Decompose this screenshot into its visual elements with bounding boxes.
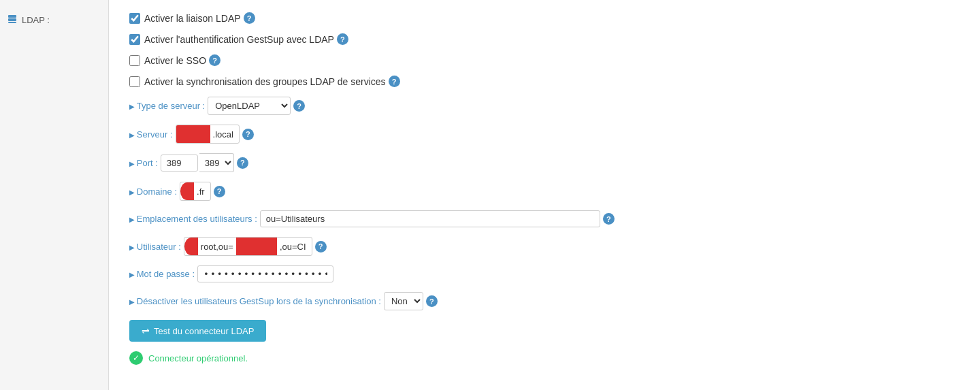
sidebar-item-ldap[interactable]: LDAP : — [7, 14, 101, 27]
checkbox-label-4[interactable]: Activer la synchronisation des groupes L… — [129, 76, 386, 87]
checkbox-label-1[interactable]: Activer la liaison LDAP — [129, 13, 241, 24]
emplacement-row: Emplacement des utilisateurs : ou=Utilis… — [129, 210, 960, 227]
status-row: ✓ Connecteur opérationnel. — [129, 351, 960, 365]
checkbox-sync-groups[interactable] — [129, 76, 140, 87]
port-input[interactable]: 389 — [161, 155, 198, 172]
emplacement-input[interactable]: ou=Utilisateurs — [260, 210, 600, 227]
domaine-suffix: .fr — [194, 184, 210, 199]
main-content: Activer la liaison LDAP ? Activer l'auth… — [109, 0, 980, 390]
help-icon-utilisateur[interactable]: ? — [315, 241, 327, 253]
utilisateur-input-wrapper: root,ou= ,ou=CI — [184, 237, 312, 256]
checkbox-sso[interactable] — [129, 55, 140, 66]
help-icon-desactiver[interactable]: ? — [426, 295, 438, 307]
help-icon-serveur[interactable]: ? — [242, 129, 254, 140]
transfer-icon: ⇌ — [142, 325, 150, 336]
checkbox-row-4: Activer la synchronisation des groupes L… — [129, 76, 960, 87]
sidebar-item-label: LDAP : — [22, 15, 50, 25]
domaine-redacted — [180, 182, 194, 200]
help-icon-domaine[interactable]: ? — [214, 186, 225, 197]
checkbox-row-2: Activer l'authentification GestSup avec … — [129, 33, 960, 45]
serveur-suffix: .local — [210, 127, 239, 142]
checkbox-row-3: Activer le SSO ? — [129, 54, 960, 66]
port-row: Port : 389 389 636 ? — [129, 153, 960, 172]
utilisateur-row: Utilisateur : root,ou= ,ou=CI ? — [129, 237, 960, 256]
svg-rect-0 — [8, 15, 16, 18]
domaine-label[interactable]: Domaine : — [129, 186, 177, 197]
mot-de-passe-label[interactable]: Mot de passe : — [129, 269, 195, 279]
help-icon-emplacement[interactable]: ? — [603, 213, 615, 225]
serveur-label[interactable]: Serveur : — [129, 129, 173, 140]
type-serveur-row: Type de serveur : OpenLDAP ActiveDirecto… — [129, 97, 960, 115]
svg-rect-2 — [8, 22, 16, 23]
utilisateur-redacted-2 — [236, 238, 277, 255]
help-icon-3[interactable]: ? — [209, 54, 220, 66]
utilisateur-text2: ,ou=CI — [277, 239, 312, 255]
help-icon-4[interactable]: ? — [389, 76, 400, 87]
checkbox-label-2[interactable]: Activer l'authentification GestSup avec … — [129, 34, 334, 45]
btn-test-label: Test du connecteur LDAP — [154, 326, 254, 336]
utilisateur-text1: root,ou= — [198, 239, 236, 255]
serveur-input-wrapper: .local — [176, 125, 240, 144]
emplacement-label[interactable]: Emplacement des utilisateurs : — [129, 214, 257, 224]
mot-de-passe-row: Mot de passe : — [129, 265, 960, 282]
help-icon-port[interactable]: ? — [237, 157, 248, 169]
serveur-row: Serveur : .local ? — [129, 125, 960, 144]
checkbox-auth-gestsup[interactable] — [129, 34, 140, 45]
status-ok-icon: ✓ — [129, 351, 143, 365]
sidebar: LDAP : — [0, 0, 109, 390]
help-icon-2[interactable]: ? — [337, 33, 348, 45]
type-serveur-select[interactable]: OpenLDAP ActiveDirectory — [208, 97, 291, 115]
mot-de-passe-input[interactable] — [197, 265, 333, 282]
utilisateur-redacted-1 — [184, 238, 198, 255]
checkbox-row-1: Activer la liaison LDAP ? — [129, 12, 960, 24]
help-icon-1[interactable]: ? — [244, 12, 255, 24]
status-text: Connecteur opérationnel. — [148, 353, 248, 363]
checkbox-liaison-ldap[interactable] — [129, 13, 140, 24]
utilisateur-label[interactable]: Utilisateur : — [129, 242, 181, 252]
port-label[interactable]: Port : — [129, 158, 158, 168]
type-serveur-label[interactable]: Type de serveur : — [129, 101, 205, 111]
database-icon — [7, 14, 18, 27]
checkbox-label-3[interactable]: Activer le SSO — [129, 55, 206, 66]
help-icon-type[interactable]: ? — [293, 100, 305, 112]
domaine-row: Domaine : .fr ? — [129, 182, 960, 201]
desactiver-row: Désactiver les utilisateurs GestSup lors… — [129, 292, 960, 310]
btn-test-connecteur[interactable]: ⇌ Test du connecteur LDAP — [129, 320, 266, 342]
domaine-input-wrapper: .fr — [180, 182, 211, 201]
desactiver-label[interactable]: Désactiver les utilisateurs GestSup lors… — [129, 296, 381, 306]
desactiver-select[interactable]: Non Oui — [384, 292, 423, 310]
port-select[interactable]: 389 636 — [199, 153, 234, 172]
port-wrapper: 389 389 636 — [161, 153, 234, 172]
serveur-redacted — [176, 125, 210, 143]
svg-rect-1 — [8, 18, 16, 21]
